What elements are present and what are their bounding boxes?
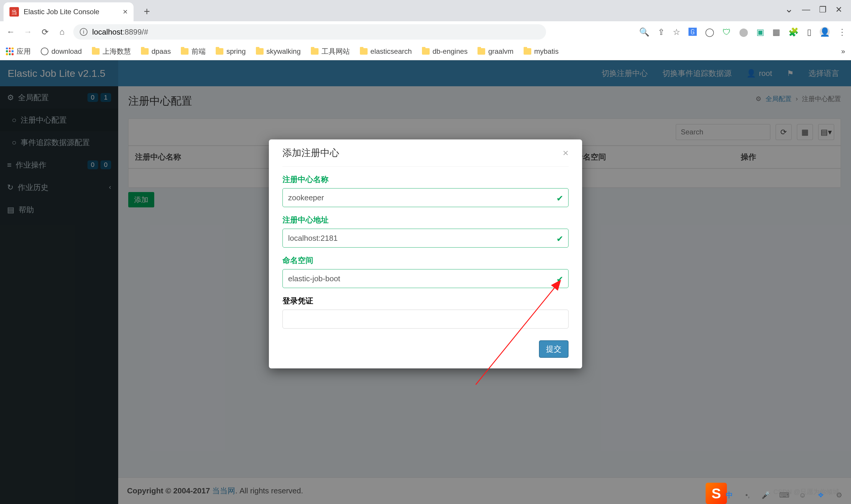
ime-mic-icon[interactable]: 🎤 bbox=[760, 489, 772, 501]
namespace-input[interactable] bbox=[283, 269, 568, 288]
bookmark-folder[interactable]: 工具网站 bbox=[311, 47, 350, 56]
bookmarks-bar: 应用 download 上海数慧 dpaas 前端 spring skywalk… bbox=[0, 42, 851, 60]
toolbar-right-icons: 🔍 ⇪ ☆ 🅶 ◯ 🛡 ⬤ ▣ ▦ 🧩 ▯ 👤 ⋮ bbox=[639, 27, 846, 37]
url-text: localhost:8899/# bbox=[92, 28, 148, 37]
bookmark-folder[interactable]: db-engines bbox=[422, 47, 468, 56]
field-namespace: ✔ bbox=[283, 269, 568, 288]
folder-icon bbox=[422, 48, 430, 55]
share-icon[interactable]: ⇪ bbox=[658, 27, 665, 37]
folder-icon bbox=[524, 48, 531, 55]
ext2-icon[interactable]: ⬤ bbox=[739, 27, 748, 37]
credential-input[interactable] bbox=[283, 310, 568, 328]
bookmark-folder[interactable]: elasticsearch bbox=[360, 47, 412, 56]
check-icon: ✔ bbox=[556, 194, 563, 203]
modal-header: 添加注册中心 × bbox=[283, 140, 568, 167]
bookmark-folder[interactable]: mybatis bbox=[524, 47, 559, 56]
chevron-down-icon[interactable] bbox=[785, 5, 793, 17]
field-credential bbox=[283, 310, 568, 328]
window-controls: — ❐ ✕ bbox=[785, 5, 851, 21]
browser-chrome: Elastic Job Lite Console × + — ❐ ✕ ← → ⟳… bbox=[0, 0, 851, 60]
bookmark-label: dpaas bbox=[151, 47, 171, 56]
bookmark-folder[interactable]: spring bbox=[216, 47, 246, 56]
field-registry-address: ✔ bbox=[283, 229, 568, 248]
registry-name-input[interactable] bbox=[283, 188, 568, 207]
panel-icon[interactable]: ▯ bbox=[807, 27, 811, 37]
folder-icon bbox=[141, 48, 149, 55]
profile-icon[interactable]: 👤 bbox=[820, 27, 830, 37]
folder-icon bbox=[360, 48, 367, 55]
bookmark-label: db-engines bbox=[433, 47, 468, 56]
maximize-icon[interactable]: ❐ bbox=[819, 5, 827, 17]
close-icon[interactable]: ✕ bbox=[835, 5, 842, 17]
modal-footer: 提交 bbox=[283, 340, 568, 358]
ext3-icon[interactable]: ▣ bbox=[757, 27, 764, 37]
bookmark-folder[interactable]: graalvm bbox=[477, 47, 513, 56]
translate-icon[interactable]: 🅶 bbox=[688, 27, 697, 37]
bookmark-label: download bbox=[51, 47, 82, 56]
bookmark-folder[interactable]: skywalking bbox=[256, 47, 301, 56]
folder-icon bbox=[181, 48, 188, 55]
modal-close-icon[interactable]: × bbox=[563, 147, 568, 159]
new-tab-button[interactable]: + bbox=[140, 4, 154, 19]
kebab-menu-icon[interactable]: ⋮ bbox=[838, 27, 846, 37]
ext1-icon[interactable]: ◯ bbox=[705, 27, 714, 37]
favicon-icon bbox=[10, 7, 19, 17]
puzzle-icon[interactable]: 🧩 bbox=[789, 27, 799, 37]
bookmark-label: 上海数慧 bbox=[103, 47, 131, 56]
label-registry-address: 注册中心地址 bbox=[283, 215, 568, 225]
watermark: CSDN @只愿为你倾城 bbox=[773, 487, 839, 496]
bookmarks-overflow-icon[interactable]: » bbox=[841, 47, 845, 56]
bookmark-star-icon[interactable]: ☆ bbox=[673, 27, 680, 37]
reload-icon[interactable]: ⟳ bbox=[39, 27, 51, 37]
label-registry-name: 注册中心名称 bbox=[283, 174, 568, 185]
home-icon[interactable]: ⌂ bbox=[56, 27, 68, 37]
check-icon: ✔ bbox=[556, 234, 563, 244]
label-namespace: 命名空间 bbox=[283, 255, 568, 266]
bookmark-label: 工具网站 bbox=[322, 47, 350, 56]
address-bar[interactable]: i localhost:8899/# bbox=[73, 24, 546, 40]
ime-punct-icon[interactable]: •, bbox=[742, 489, 754, 501]
bookmark-label: graalvm bbox=[488, 47, 513, 56]
bookmark-folder[interactable]: dpaas bbox=[141, 47, 171, 56]
bookmark-label: elasticsearch bbox=[370, 47, 412, 56]
folder-icon bbox=[477, 48, 485, 55]
bookmark-label: skywalking bbox=[267, 47, 301, 56]
globe-icon bbox=[41, 48, 49, 55]
browser-tab[interactable]: Elastic Job Lite Console × bbox=[3, 2, 133, 21]
browser-toolbar: ← → ⟳ ⌂ i localhost:8899/# 🔍 ⇪ ☆ 🅶 ◯ 🛡 ⬤… bbox=[0, 21, 851, 42]
search-lens-icon[interactable]: 🔍 bbox=[639, 27, 650, 37]
folder-icon bbox=[216, 48, 223, 55]
add-registry-modal: 添加注册中心 × 注册中心名称 ✔ 注册中心地址 ✔ 命名空间 ✔ 登录凭证 提… bbox=[269, 140, 582, 368]
ime-lang-icon[interactable]: 中 bbox=[723, 489, 735, 501]
bookmark-label: 应用 bbox=[17, 47, 31, 56]
bookmark-label: mybatis bbox=[534, 47, 559, 56]
bookmark-apps[interactable]: 应用 bbox=[6, 47, 31, 56]
site-info-icon[interactable]: i bbox=[80, 28, 88, 36]
bookmark-label: 前端 bbox=[192, 47, 206, 56]
check-icon: ✔ bbox=[556, 274, 563, 284]
folder-icon bbox=[92, 48, 99, 55]
folder-icon bbox=[311, 48, 319, 55]
ext4-icon[interactable]: ▦ bbox=[773, 27, 780, 37]
submit-button[interactable]: 提交 bbox=[539, 340, 568, 358]
tab-strip: Elastic Job Lite Console × + — ❐ ✕ bbox=[0, 0, 851, 21]
back-icon[interactable]: ← bbox=[5, 27, 17, 37]
modal-title: 添加注册中心 bbox=[283, 146, 339, 160]
bookmark-download[interactable]: download bbox=[41, 47, 82, 56]
minimize-icon[interactable]: — bbox=[802, 5, 810, 17]
field-registry-name: ✔ bbox=[283, 188, 568, 207]
bookmark-folder[interactable]: 上海数慧 bbox=[92, 47, 131, 56]
forward-icon: → bbox=[22, 27, 34, 37]
tab-title: Elastic Job Lite Console bbox=[24, 8, 99, 16]
label-credential: 登录凭证 bbox=[283, 296, 568, 306]
app-root: Elastic Job Lite v2.1.5 切换注册中心 切换事件追踪数据源… bbox=[0, 60, 851, 504]
shield-icon[interactable]: 🛡 bbox=[722, 27, 731, 37]
folder-icon bbox=[256, 48, 264, 55]
bookmark-label: spring bbox=[227, 47, 246, 56]
bookmark-folder[interactable]: 前端 bbox=[181, 47, 206, 56]
registry-address-input[interactable] bbox=[283, 229, 568, 248]
tab-close-icon[interactable]: × bbox=[123, 7, 128, 17]
apps-grid-icon bbox=[6, 48, 14, 55]
